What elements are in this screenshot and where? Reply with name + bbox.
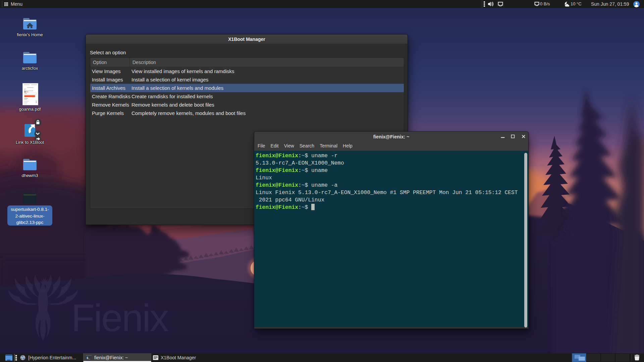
svg-text:Fienix: Fienix	[71, 296, 169, 339]
svg-text:$_: $_	[87, 357, 90, 360]
